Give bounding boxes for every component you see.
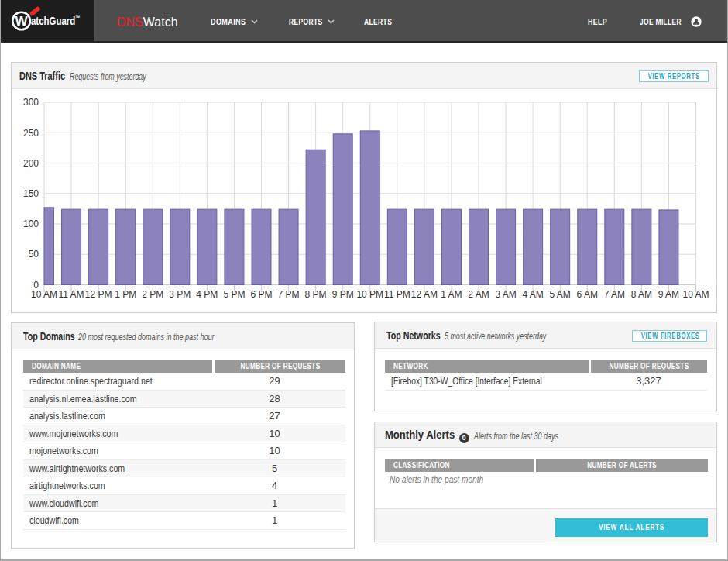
svg-text:W: W [15, 14, 29, 29]
svg-text:5 AM: 5 AM [550, 289, 571, 300]
svg-text:12 AM: 12 AM [411, 289, 438, 300]
svg-text:10 AM: 10 AM [31, 289, 57, 300]
svg-text:4 AM: 4 AM [522, 289, 543, 300]
svg-text:1 PM: 1 PM [115, 289, 136, 300]
svg-text:10 AM: 10 AM [682, 289, 709, 300]
svg-text:150: 150 [23, 188, 39, 199]
svg-text:atchGuard™: atchGuard™ [31, 15, 81, 28]
svg-text:8 AM: 8 AM [631, 289, 652, 300]
svg-text:7 AM: 7 AM [604, 289, 625, 300]
svg-text:10 PM: 10 PM [356, 289, 383, 300]
svg-text:11 AM: 11 AM [58, 289, 84, 300]
svg-text:7 PM: 7 PM [278, 289, 300, 300]
svg-text:5 PM: 5 PM [223, 289, 245, 300]
svg-text:3 AM: 3 AM [495, 289, 516, 300]
svg-text:11 PM: 11 PM [384, 289, 410, 300]
svg-text:100: 100 [23, 219, 39, 229]
svg-text:1 AM: 1 AM [441, 289, 462, 300]
svg-text:6 AM: 6 AM [577, 289, 598, 300]
svg-text:9 PM: 9 PM [332, 289, 354, 300]
svg-text:8 PM: 8 PM [305, 289, 327, 300]
svg-text:12 PM: 12 PM [85, 289, 112, 300]
svg-text:9 AM: 9 AM [658, 289, 679, 300]
svg-text:200: 200 [23, 158, 39, 169]
svg-text:2 AM: 2 AM [468, 289, 489, 300]
svg-text:4 PM: 4 PM [196, 289, 218, 300]
svg-text:50: 50 [29, 249, 39, 260]
svg-text:2 PM: 2 PM [142, 289, 163, 300]
svg-text:3 PM: 3 PM [169, 289, 191, 300]
svg-text:250: 250 [23, 128, 39, 139]
svg-text:300: 300 [23, 97, 39, 108]
svg-text:6 PM: 6 PM [250, 289, 272, 300]
